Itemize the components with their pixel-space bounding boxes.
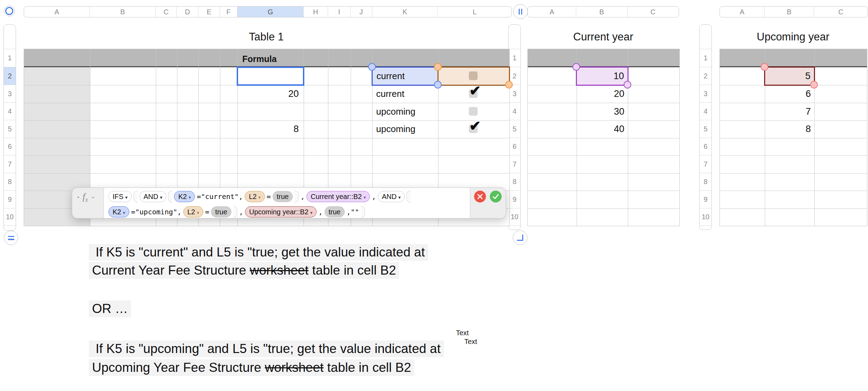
formula-text[interactable]: , [239,208,243,216]
uy-cell-B2-selected[interactable]: 5 [764,67,815,86]
row-header-1[interactable]: 1 [4,49,16,67]
note-line-2a[interactable]: If K5 is "upcoming" and L5 is "true; get… [89,340,444,357]
uy-col-header-A[interactable]: A [720,7,764,17]
formula-text[interactable]: ,"" [347,208,359,216]
cancel-formula-button[interactable] [474,191,486,202]
formula-text[interactable]: ="upcoming", [131,208,182,216]
col-header-E[interactable]: E [198,7,220,17]
cell-G1-formula-header[interactable]: Formula [242,51,277,67]
cy-row-7[interactable]: 7 [509,155,520,173]
cell-K3[interactable]: current [376,85,404,103]
token-and-2[interactable]: AND [378,191,405,202]
add-rows-button[interactable] [4,231,18,245]
col-header-K[interactable]: K [372,7,438,17]
cy-row-4[interactable]: 4 [509,103,520,120]
uy-col-header-C[interactable]: C [814,7,868,17]
row-header-2-selected[interactable]: 2 [4,67,16,85]
selection-handle-L2-bottom-right[interactable] [505,81,513,89]
fx-chevron-down-icon[interactable] [90,194,96,201]
note-line-1a[interactable]: If K5 is "current" and L5 is "true; get … [89,244,428,261]
uy-row-3[interactable]: 3 [700,85,711,103]
cy-row-9[interactable]: 9 [509,191,520,208]
token-and-1[interactable]: AND [139,191,167,202]
selection-handle-uyB2-bottom-right[interactable] [810,81,818,89]
uy-row-2[interactable]: 2 [700,67,711,85]
cy-row-8[interactable]: 8 [509,173,520,191]
uy-row-5[interactable]: 5 [700,120,711,138]
token-ref-upcoming-year-B2[interactable]: Upcoming year::B2 [245,206,317,217]
formula-text[interactable]: , [318,208,322,216]
cell-K2-selected[interactable]: current [372,67,439,86]
col-header-C[interactable]: C [155,7,177,17]
cell-G3[interactable]: 20 [237,85,299,103]
token-ref-current-year-B2[interactable]: Current year::B2 [306,191,370,202]
row-header-6[interactable]: 6 [4,138,16,155]
col-header-F[interactable]: F [220,7,237,17]
col-header-D[interactable]: D [177,7,198,17]
token-ref-L2-b[interactable]: L2 [183,206,204,217]
row-header-7[interactable]: 7 [4,155,16,173]
uy-row-8[interactable]: 8 [700,173,711,191]
cy-row-5[interactable]: 5 [509,120,520,138]
uy-row-7[interactable]: 7 [700,155,711,173]
selection-handle-K2-top-left[interactable] [368,63,376,71]
formula-text[interactable]: ="current", [197,192,243,201]
cell-K4[interactable]: upcoming [376,103,416,120]
cell-G2-selected[interactable] [237,67,304,86]
col-header-H[interactable]: H [304,7,328,17]
row-header-4[interactable]: 4 [4,103,16,120]
note-line-2b[interactable]: Upcoming Year Fee Structure worksheet ta… [89,359,414,376]
row-header-10[interactable]: 10 [4,208,16,226]
uy-col-header-B[interactable]: B [764,7,814,17]
selection-handle-cyB2-bottom-right[interactable] [624,81,631,89]
cy-col-header-A[interactable]: A [528,7,576,17]
formula-text[interactable]: , [300,192,305,201]
formula-fx-label[interactable]: fxfx [77,191,96,204]
cy-cell-B5[interactable]: 40 [577,120,624,138]
text-box-label-1[interactable]: Text [455,329,470,337]
token-true-1[interactable]: true [273,191,293,202]
token-ifs[interactable]: IFS [108,191,132,202]
selection-handle-L2-top-left[interactable] [434,63,442,71]
text-box-label-2[interactable]: Text [464,338,478,346]
uy-row-4[interactable]: 4 [700,103,711,120]
uy-cell-B5[interactable]: 8 [765,120,811,138]
selection-handle-cyB2-top-left[interactable] [572,63,580,71]
uy-row-10[interactable]: 10 [700,208,711,226]
checkbox-L4-unchecked[interactable] [469,107,478,116]
row-header-9[interactable]: 9 [4,191,16,208]
pane-split-handle[interactable] [513,4,528,19]
cy-row-10[interactable]: 10 [509,208,520,226]
uy-cell-B3[interactable]: 6 [765,85,811,103]
cell-K5[interactable]: upcoming [376,120,416,138]
checkbox-L2-unchecked[interactable] [469,71,478,80]
cy-col-header-C[interactable]: C [627,7,679,17]
col-header-G-selected[interactable]: G [237,7,304,17]
note-line-1b[interactable]: Current Year Fee Structure worksheet tab… [89,262,399,279]
cy-row-1[interactable]: 1 [509,49,520,67]
col-header-I[interactable]: I [328,7,351,17]
uy-row-1[interactable]: 1 [700,49,711,67]
cy-cell-B3[interactable]: 20 [577,85,624,103]
col-header-J[interactable]: J [351,7,372,17]
formula-text[interactable]: = [205,208,209,216]
col-header-A[interactable]: A [24,7,90,17]
cy-col-header-B[interactable]: B [576,7,627,17]
checkbox-L3-checked[interactable] [469,89,478,98]
selection-handle-uyB2-top-left[interactable] [761,63,768,71]
col-header-L[interactable]: L [438,7,511,17]
row-header-8[interactable]: 8 [4,173,16,191]
selection-handle-K2-bottom-right[interactable] [434,81,442,89]
cy-cell-B4[interactable]: 30 [577,103,624,120]
token-ref-K2-b[interactable]: K2 [108,206,129,217]
uy-row-9[interactable]: 9 [700,191,711,208]
select-all-table-button[interactable] [4,6,15,16]
formula-text[interactable]: , [372,192,376,201]
token-ref-K2[interactable]: K2 [174,191,195,202]
cy-row-6[interactable]: 6 [509,138,520,155]
token-ref-L2[interactable]: L2 [245,191,265,202]
uy-row-6[interactable]: 6 [700,138,711,155]
formula-text[interactable]: = [267,192,271,201]
note-or[interactable]: OR … [89,300,131,317]
upcoming-year-grid[interactable]: 5 6 7 8 [719,49,867,226]
